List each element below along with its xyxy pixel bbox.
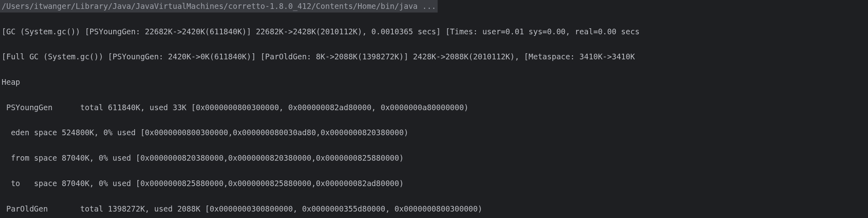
ps-young-gen-line: PSYoungGen total 611840K, used 33K [0x00… xyxy=(2,101,866,114)
par-old-gen-line: ParOldGen total 1398272K, used 2088K [0x… xyxy=(2,203,866,215)
eden-space-line: eden space 524800K, 0% used [0x000000080… xyxy=(2,126,866,139)
to-space-line: to space 87040K, 0% used [0x000000082588… xyxy=(2,177,866,190)
from-space-line: from space 87040K, 0% used [0x0000000820… xyxy=(2,152,866,164)
console-output: [GC (System.gc()) [PSYoungGen: 22682K->2… xyxy=(0,13,868,218)
heap-header: Heap xyxy=(2,76,866,88)
gc-log-line: [GC (System.gc()) [PSYoungGen: 22682K->2… xyxy=(2,25,866,38)
java-command-path: /Users/itwanger/Library/Java/JavaVirtual… xyxy=(0,0,438,13)
full-gc-log-line: [Full GC (System.gc()) [PSYoungGen: 2420… xyxy=(2,50,866,63)
